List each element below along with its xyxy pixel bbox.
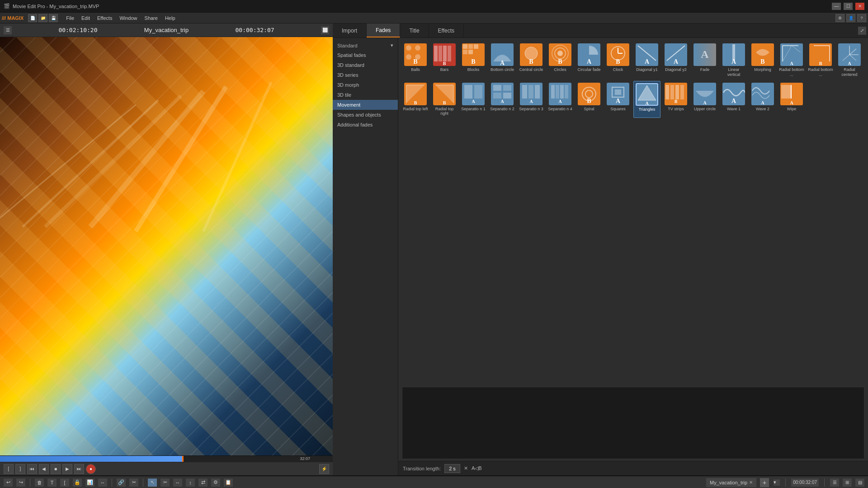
mark-in-button[interactable]: [ <box>4 464 14 474</box>
redo-button[interactable]: ↪ <box>16 479 25 487</box>
transition-close-button[interactable]: ✕ <box>464 465 468 471</box>
effect-separation4[interactable]: A Separatio n 4 <box>547 81 574 118</box>
tab-import[interactable]: Import <box>333 23 367 38</box>
progress-handle[interactable] <box>182 456 184 462</box>
effect-morphing[interactable]: B Morphing <box>749 42 776 79</box>
category-3d-tile[interactable]: 3D tile <box>333 90 398 100</box>
effect-central-circle[interactable]: B Central circle <box>518 42 545 79</box>
effect-separation1[interactable]: A Separatio n 1 <box>460 81 487 118</box>
tab-title[interactable]: Title <box>400 23 429 38</box>
unlink-button[interactable]: ✂ <box>129 479 138 487</box>
step-back-button[interactable]: ◀ <box>39 464 49 474</box>
effect-wave2[interactable]: A Wave 2 <box>749 81 776 118</box>
effect-linear-vertical[interactable]: A Linear vertical <box>720 42 747 79</box>
minimize-button[interactable]: — <box>832 3 841 10</box>
timeline-tab-close-button[interactable]: ✕ <box>749 480 753 485</box>
copy-button[interactable]: 📋 <box>224 479 233 487</box>
effect-radial-centered[interactable]: A Radial centered <box>836 42 863 79</box>
tl-view-storyboard[interactable]: ▤ <box>855 479 864 487</box>
effect-separation2[interactable]: A Separatio n 2 <box>489 81 516 118</box>
fit-button[interactable]: ↔ <box>98 479 107 487</box>
save-button[interactable]: 💾 <box>49 14 58 22</box>
effects-button[interactable]: ⚡ <box>319 464 329 474</box>
split-tool-button[interactable]: ✂ <box>160 479 170 487</box>
effect-label-linear-vertical: Linear vertical <box>721 67 746 77</box>
progress-bar-container[interactable]: 32:07 <box>0 455 333 462</box>
effect-bottom-circle[interactable]: A Bottom circle <box>489 42 516 79</box>
effect-circular-fade[interactable]: A Circular fade <box>576 42 603 79</box>
panel-expand-button[interactable]: ⤢ <box>858 27 866 35</box>
step-forward-button[interactable]: ▶ <box>62 464 72 474</box>
effect-balls[interactable]: B Balls <box>402 42 429 79</box>
effect-diagonal-y2[interactable]: A Diagonal y2 <box>662 42 689 79</box>
settings-icon[interactable]: ⚙ <box>835 14 844 22</box>
stretch-v-button[interactable]: ↕ <box>186 479 195 487</box>
effect-upper-circle[interactable]: A Upper circle <box>691 81 718 118</box>
title-button[interactable]: T <box>47 479 57 487</box>
tab-fades[interactable]: Fades <box>367 23 400 38</box>
record-button[interactable]: ● <box>86 464 96 474</box>
effect-tv-strips[interactable]: B TV strips <box>662 81 689 118</box>
effect-squares[interactable]: A Squares <box>604 81 632 118</box>
account-icon[interactable]: 👤 <box>846 14 855 22</box>
effect-triangles[interactable]: A Triangles <box>633 81 660 118</box>
menu-effects[interactable]: Effects <box>94 14 116 22</box>
histogram-button[interactable]: 📊 <box>85 479 94 487</box>
category-expand-icon[interactable]: ▾ <box>391 42 393 48</box>
undo-button[interactable]: ↩ <box>4 479 13 487</box>
effect-diagonal-y1[interactable]: A Diagonal y1 <box>633 42 660 79</box>
effect-wave1[interactable]: A Wave 1 <box>720 81 747 118</box>
open-button[interactable]: 📁 <box>38 14 47 22</box>
effect-blocks[interactable]: B Blocks <box>460 42 487 79</box>
menu-toggle-button[interactable]: ☰ <box>4 26 12 34</box>
fullscreen-button[interactable]: ⬜ <box>321 26 329 34</box>
category-3d-standard[interactable]: 3D standard <box>333 60 398 70</box>
effect-clock[interactable]: B Clock <box>604 42 632 79</box>
timeline-project-tab[interactable]: My_vacation_trip ✕ <box>706 478 756 487</box>
shuffle-button[interactable]: ⇄ <box>198 479 208 487</box>
effect-spiral[interactable]: B Spiral <box>576 81 603 118</box>
link-button[interactable]: 🔗 <box>117 479 126 487</box>
delete-button[interactable]: 🗑 <box>35 479 44 487</box>
timeline-add-tab-button[interactable]: + <box>760 478 769 487</box>
category-3d-series[interactable]: 3D series <box>333 70 398 80</box>
effect-radial-bottom-right[interactable]: B Radial bottom ... <box>807 42 834 79</box>
stop-button[interactable]: ■ <box>51 464 61 474</box>
transition-length-input[interactable] <box>444 464 460 473</box>
effect-bars[interactable]: B Bars <box>431 42 458 79</box>
lock-button[interactable]: 🔒 <box>73 479 82 487</box>
timeline-tab-dropdown[interactable]: ▾ <box>774 479 780 486</box>
go-to-start-button[interactable]: ⏮ <box>27 464 37 474</box>
effect-separation3[interactable]: A Separatio n 3 <box>518 81 545 118</box>
menu-file[interactable]: File <box>62 14 78 22</box>
tl-view-normal[interactable]: ☰ <box>830 479 839 487</box>
stretch-h-button[interactable]: ↔ <box>173 479 182 487</box>
help-icon[interactable]: ? <box>857 14 866 22</box>
effect-radial-bottom-left[interactable]: A Radial bottom ... <box>778 42 805 79</box>
category-movement[interactable]: Movement <box>333 100 398 110</box>
mark-in-tl-button[interactable]: [ <box>60 479 69 487</box>
menu-window[interactable]: Window <box>116 14 141 22</box>
progress-bar[interactable] <box>0 456 183 462</box>
category-spatial-fades[interactable]: Spatial fades <box>333 50 398 60</box>
go-to-end-button[interactable]: ⏭ <box>74 464 84 474</box>
effect-wipe[interactable]: A Wipe <box>778 81 805 118</box>
tl-view-grid[interactable]: ⊞ <box>843 479 852 487</box>
category-shapes-objects[interactable]: Shapes and objects <box>333 110 398 120</box>
select-tool-button[interactable]: ↖ <box>148 479 157 487</box>
effect-circles[interactable]: B Circles <box>547 42 574 79</box>
menu-edit[interactable]: Edit <box>78 14 94 22</box>
new-button[interactable]: 📄 <box>28 14 37 22</box>
effect-radial-top-right[interactable]: B Radial top right <box>431 81 458 118</box>
effect-radial-top-left[interactable]: B Radial top left <box>402 81 429 118</box>
menu-help[interactable]: Help <box>161 14 179 22</box>
category-additional-fades[interactable]: Additional fades <box>333 120 398 130</box>
mark-out-button[interactable]: ] <box>15 464 25 474</box>
close-button[interactable]: ✕ <box>855 3 864 10</box>
effects-track-button[interactable]: ⚙ <box>211 479 220 487</box>
tab-effects[interactable]: Effects <box>429 23 464 38</box>
category-3d-morph[interactable]: 3D morph <box>333 80 398 90</box>
effect-fade[interactable]: A Fade <box>691 42 718 79</box>
maximize-button[interactable]: ☐ <box>844 3 853 10</box>
menu-share[interactable]: Share <box>141 14 161 22</box>
